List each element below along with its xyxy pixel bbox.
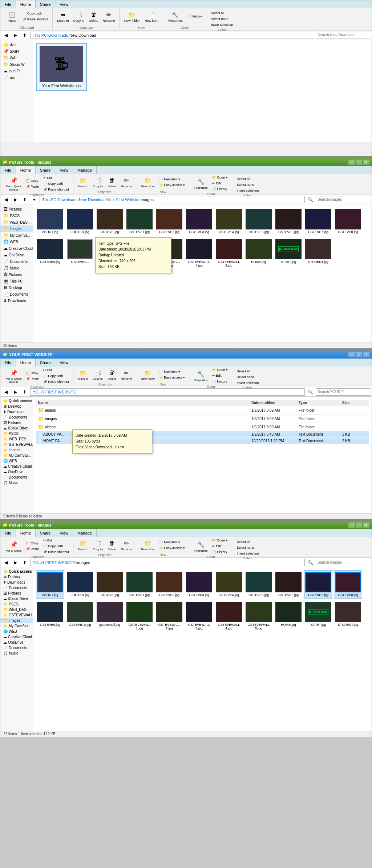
- edit-btn-w4[interactable]: ✏Edit: [210, 544, 230, 549]
- nav-camstudio-w4[interactable]: 📁My CamStu...: [0, 623, 33, 629]
- paste-sm-btn-w2[interactable]: 📌 Paste: [24, 184, 41, 189]
- open-btn-w4[interactable]: 📂Open ▾: [210, 538, 230, 543]
- copy-path-btn-w1[interactable]: 📄 Copy path: [21, 11, 50, 16]
- nav-downloads-w2[interactable]: ⬇ Downloads: [0, 297, 33, 304]
- nav-webdesign-w2[interactable]: 📁 WEB_DESI...: [0, 219, 33, 225]
- rename-btn-w1[interactable]: ✏ Rename: [101, 9, 117, 24]
- easyaccess-btn-w4[interactable]: ⭐Easy access ▾: [157, 545, 187, 551]
- nav-cc-w4[interactable]: ☁Creative Cloud Fi...: [0, 634, 33, 640]
- newfolder-btn-w3[interactable]: 📁 New folder: [139, 367, 157, 381]
- nav-onedrive-w3[interactable]: ☁OneDrive: [0, 469, 33, 475]
- nav-gstevewall-w4[interactable]: 📁GSTEVEWALL: [0, 612, 33, 618]
- file-gsteve2-w4[interactable]: GSTEVE2.jpg: [155, 570, 183, 599]
- tab-share-w3[interactable]: Share: [36, 359, 55, 367]
- nav-desktop-w4[interactable]: 🖥Desktop: [0, 574, 33, 580]
- file-gsteve-w2[interactable]: GSTEVE.jpg: [96, 207, 124, 236]
- easyaccess-btn-w3[interactable]: ⭐Easy access ▾: [157, 375, 187, 380]
- file-gsteve1-w2[interactable]: GSTEVE1.jpg: [125, 207, 154, 236]
- forward-btn-w4[interactable]: ▶: [11, 559, 19, 566]
- move-to-btn-w1[interactable]: ➡ Move to: [56, 9, 71, 24]
- row-images-w3[interactable]: 📁images 1/9/2017 3:09 AM File folder: [36, 415, 369, 423]
- file-gsteve8-w4[interactable]: GSTEVE8.jpg: [334, 570, 362, 599]
- minimize-btn-w4[interactable]: ─: [348, 523, 355, 528]
- search-box-w3[interactable]: [316, 388, 370, 396]
- file-gstevewall5-w4[interactable]: GSTEVEWALL5.jpg: [244, 600, 273, 632]
- rename-btn-w3[interactable]: ✏ Rename: [119, 367, 134, 381]
- up-btn-w3[interactable]: ⬆: [21, 388, 29, 396]
- file-gsteve6-w2[interactable]: GSTEVE6.jpg: [274, 207, 303, 236]
- maximize-btn-w2[interactable]: □: [356, 160, 362, 165]
- search-btn-w2[interactable]: 🔍: [306, 196, 314, 203]
- nav-nts-w1[interactable]: 📄 nts: [0, 74, 33, 81]
- open-btn-w3[interactable]: 📂Open ▾: [210, 367, 230, 372]
- minimize-btn-w3[interactable]: ─: [348, 352, 355, 357]
- file-gsteve3-w2[interactable]: GSTEVE3.jpg: [185, 207, 213, 236]
- file-home-w4[interactable]: HOME.jpg: [274, 600, 303, 632]
- search-box-w4[interactable]: [316, 559, 370, 566]
- copyto-btn-w2[interactable]: 📑 Copy to: [91, 175, 105, 189]
- copyto-btn-w3[interactable]: 📑 Copy to: [91, 367, 105, 381]
- pin-btn-w4[interactable]: 📌 Pin to Quick: [4, 539, 23, 553]
- back-btn-w1[interactable]: ◀: [2, 32, 10, 39]
- nav-pscs-w4[interactable]: 📁PSCS: [0, 601, 33, 607]
- back-btn-w2[interactable]: ◀: [2, 196, 10, 203]
- invertselect-btn-w2[interactable]: Invert selection: [235, 188, 261, 193]
- paste-shortcut-btn-w2[interactable]: 📌 Paste shortcut: [41, 187, 71, 192]
- nav-wall-w1[interactable]: 📁 WALL: [0, 55, 33, 61]
- nav-pscs-w3[interactable]: 📁PSCS: [0, 431, 33, 436]
- nav-docs2-w3[interactable]: 📄Documents: [0, 475, 33, 480]
- tab-file-w1[interactable]: File: [0, 0, 16, 8]
- file-gsteve-w4[interactable]: GSTEVE.jpg: [96, 570, 124, 599]
- up-btn-w2[interactable]: ⬆: [21, 196, 29, 203]
- search-box-w2[interactable]: [316, 196, 370, 203]
- nav-pictures-w2[interactable]: 🖼 Pictures: [0, 206, 33, 212]
- row-videos-w3[interactable]: 📁videos 1/9/2017 3:09 AM File folder Dat…: [36, 423, 369, 431]
- tab-share-w2[interactable]: Share: [36, 166, 55, 174]
- col-modified-w3[interactable]: Date modified: [251, 400, 298, 405]
- row-audios-w3[interactable]: 📁audios 1/9/2017 3:09 AM File folder: [36, 406, 369, 415]
- nav-quick-access-w1[interactable]: ⭐ rive: [0, 41, 33, 48]
- copy-to-btn-w1[interactable]: 📑 Copy to: [72, 9, 86, 24]
- nav-icloud-w3[interactable]: ☁iCloud Drive: [0, 425, 33, 431]
- file-gsteve5-w4[interactable]: GSTEVE5.jpg: [244, 570, 273, 599]
- newfolder-btn-w2[interactable]: 📁 New folder: [139, 175, 157, 189]
- nav-desktop-w3[interactable]: 🖥Desktop: [0, 404, 33, 409]
- close-btn-w4[interactable]: ✕: [363, 523, 369, 528]
- col-type-w3[interactable]: Type: [298, 400, 342, 405]
- cut-btn-w3[interactable]: ✂Cut: [41, 368, 71, 373]
- copy-btn-w4[interactable]: 📋Copy: [24, 541, 41, 546]
- history-btn-w4[interactable]: 🕐History: [210, 549, 230, 555]
- maximize-btn-w3[interactable]: □: [356, 352, 362, 357]
- tab-manage-w2[interactable]: Manage: [73, 166, 97, 174]
- nav-pscs-w2[interactable]: 📁 PSCS: [0, 212, 33, 219]
- nav-cc-w3[interactable]: ☁Creative Cloud Fi...: [0, 464, 33, 469]
- file-gsteve7-w2[interactable]: GSTEVE7.jpg: [304, 207, 332, 236]
- path-downloads-w1[interactable]: Downloads: [48, 33, 68, 37]
- nav-pictures-w3[interactable]: 🖼Pictures: [0, 420, 33, 425]
- nav-camstudio-w2[interactable]: 📁 My CamSt...: [0, 232, 33, 239]
- open-btn-w2[interactable]: 📂 Open ▾: [210, 175, 230, 180]
- nav-cloud-fi-w1[interactable]: ☁ loud Fi...: [0, 68, 33, 74]
- maximize-btn-w4[interactable]: □: [356, 523, 362, 528]
- file-gsteve1-w4[interactable]: GSTEVE1.jpg: [125, 570, 154, 599]
- cut-btn-w2[interactable]: ✂ Cut: [41, 175, 71, 180]
- file-gsteve5-w2[interactable]: GSTEVE5.jpg: [244, 207, 273, 236]
- close-btn-w2[interactable]: ✕: [363, 160, 369, 165]
- search-box-w1[interactable]: [316, 32, 370, 39]
- selectnone-btn-w2[interactable]: Select none: [235, 182, 261, 187]
- history-btn-w1[interactable]: 🕐 History: [185, 14, 204, 19]
- file-gstevemail-w4[interactable]: gstevemail.jpg: [96, 600, 124, 632]
- nav-sign-w1[interactable]: 📌 SIGN: [0, 48, 33, 55]
- address-path-w4[interactable]: YOUR FIRST WEBSITE › images: [30, 559, 305, 566]
- tab-home-w1[interactable]: Home: [16, 0, 36, 8]
- tab-home-w4[interactable]: Home: [16, 529, 36, 537]
- file-about-w4[interactable]: ABOUT.jpg: [36, 570, 64, 599]
- file-gsteve6-w4[interactable]: GSTEVE6.jpg: [274, 570, 303, 599]
- file-zip-w1[interactable]: 🗜 Your First Website.zip: [36, 43, 87, 91]
- file-gsteve3-w4[interactable]: GSTEVE3.jpg: [185, 570, 213, 599]
- nav-documents-w3[interactable]: 📄Documents: [0, 415, 33, 420]
- pin-btn-w3[interactable]: 📌 Pin to Quick Access: [4, 367, 23, 385]
- file-gsteve10-w4[interactable]: GSTEVE10.jpg: [66, 600, 94, 632]
- tab-home-w3[interactable]: Home: [16, 359, 36, 367]
- copy-path-btn-w2[interactable]: 📄 Copy path: [41, 181, 71, 186]
